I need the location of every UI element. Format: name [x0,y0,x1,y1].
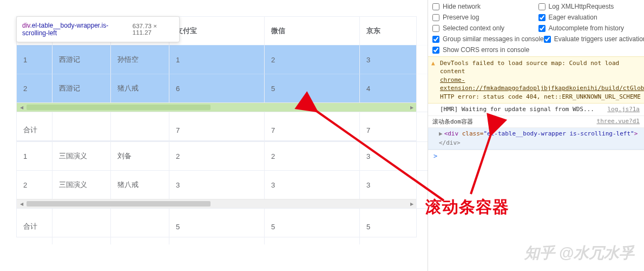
horizontal-scrollbar-highlighted[interactable]: ◀ ▶ [17,102,416,112]
th-alipay: 支付宝 [169,17,265,45]
cell: 西游记 [52,74,111,102]
scrollbar-thumb[interactable] [27,105,211,110]
annotation-label: 滚动条容器 [425,196,509,218]
cell: 三国演义 [52,170,111,199]
checkbox-group-similar[interactable]: Group similar messages in console [432,35,544,43]
cell: 合计 [17,208,52,244]
tooltip-selector: div.el-table__body-wrapper.is-scrolling-… [22,22,133,37]
cell: 三国演义 [52,141,111,170]
checkbox-log-xhr[interactable]: Log XMLHttpRequests [538,3,645,10]
source-link[interactable]: log.js?1a [607,105,640,114]
cell: 3 [169,170,265,199]
cell: 刘备 [111,141,169,170]
horizontal-scrollbar[interactable]: ◀ ▶ [17,199,416,208]
summary-row: 合计 7 7 7 [17,112,416,140]
source-link[interactable]: three.vue?d1 [597,118,640,125]
cell: 猪八戒 [111,170,169,199]
scroll-right-icon[interactable]: ▶ [407,103,416,112]
scrollbar-thumb[interactable] [27,201,211,207]
checkbox-autocomplete[interactable]: Autocomplete from history [538,24,645,32]
tooltip-dimensions: 637.73 × 111.27 [133,23,174,36]
checkbox-evaluate-triggers[interactable]: Evaluate triggers user activation [544,35,644,43]
th-wechat: 微信 [265,17,360,45]
table-row[interactable]: 1 三国演义 刘备 2 2 3 [17,141,416,170]
devtools-console: Hide network Log XMLHttpRequests Preserv… [428,0,644,271]
cell: 1 [17,141,52,170]
table-row[interactable]: 2 西游记 猪八戒 6 5 4 [17,74,416,102]
table-summary: 合计 7 7 7 [17,112,416,140]
cell: 5 [265,74,360,102]
warning-icon: ▲ [431,59,435,67]
console-log-hmr: [HMR] Waiting for update signal from WDS… [428,104,644,117]
caret-icon[interactable]: ▶ [439,130,443,137]
cell [52,208,111,244]
cell: 2 [265,141,360,170]
checkbox-selected-context[interactable]: Selected context only [432,24,538,32]
cell: 1 [169,45,265,74]
cell [111,208,169,244]
cell: 孙悟空 [111,45,169,74]
warning-link[interactable]: chrome-extension://fmkadmapgofadopljbjfk… [440,76,644,92]
cell: 5 [265,208,360,244]
table-body-highlighted[interactable]: 1 西游记 孙悟空 1 2 3 2 西游记 猪八戒 6 5 4 [17,45,416,102]
inspector-tooltip: div.el-table__body-wrapper.is-scrolling-… [16,16,180,42]
scroll-right-icon[interactable]: ▶ [407,199,416,209]
table-2: 1 三国演义 刘备 2 2 3 2 三国演义 猪八戒 3 3 3 ◀ ▶ [16,141,417,237]
console-log-dom: 滚动条dom容器 three.vue?d1 [428,116,644,128]
table-row[interactable]: 2 三国演义 猪八戒 3 3 3 [17,170,416,199]
console-expanded-element[interactable]: ▶<div class="el-table__body-wrapper is-s… [428,128,644,150]
watermark: 知乎 @水冗水孚 [524,243,634,263]
cell: 2 [169,141,265,170]
checkbox-preserve-log[interactable]: Preserve log [432,14,538,21]
cell: 猪八戒 [111,74,169,102]
cell: 6 [169,74,265,102]
cell: 2 [265,45,360,74]
summary-row: 合计 5 5 5 [17,208,416,237]
console-warning: ▲ DevTools failed to load source map: Co… [428,56,644,104]
cell: 1 [17,45,52,74]
checkbox-eager-eval[interactable]: Eager evaluation [538,14,645,21]
console-settings: Hide network Log XMLHttpRequests Preserv… [428,0,644,56]
table-summary: 合计 5 5 5 [17,208,416,237]
console-prompt[interactable]: > [428,150,644,162]
table-row[interactable]: 1 西游记 孙悟空 1 2 3 [17,45,416,74]
cell: 2 [17,170,52,199]
scroll-left-icon[interactable]: ◀ [17,103,26,112]
cell: 5 [169,208,265,244]
cell: 2 [17,74,52,102]
scroll-left-icon[interactable]: ◀ [17,199,26,209]
cell: 西游记 [52,45,111,74]
checkbox-hide-network[interactable]: Hide network [432,3,538,10]
table-body[interactable]: 1 三国演义 刘备 2 2 3 2 三国演义 猪八戒 3 3 3 [17,141,416,199]
checkbox-cors-errors[interactable]: Show CORS errors in console [432,46,555,54]
cell: 3 [265,170,360,199]
